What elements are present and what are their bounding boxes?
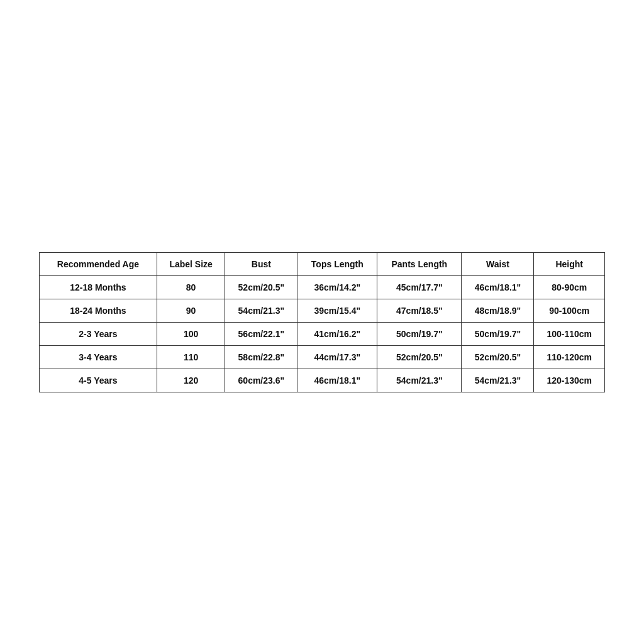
header-tops-length: Tops Length — [297, 252, 377, 275]
cell-pants-length: 47cm/18.5" — [377, 299, 462, 322]
cell-height: 120-130cm — [534, 369, 605, 392]
cell-waist: 54cm/21.3" — [462, 369, 534, 392]
cell-height: 80-90cm — [534, 275, 605, 299]
cell-waist: 52cm/20.5" — [462, 345, 534, 369]
cell-tops-length: 46cm/18.1" — [297, 369, 377, 392]
cell-waist: 48cm/18.9" — [462, 299, 534, 322]
cell-age: 3-4 Years — [40, 345, 157, 369]
cell-age: 2-3 Years — [40, 322, 157, 345]
cell-age: 4-5 Years — [40, 369, 157, 392]
cell-bust: 52cm/20.5" — [225, 275, 297, 299]
cell-waist: 46cm/18.1" — [462, 275, 534, 299]
cell-bust: 56cm/22.1" — [225, 322, 297, 345]
header-waist: Waist — [462, 252, 534, 275]
cell-pants-length: 52cm/20.5" — [377, 345, 462, 369]
cell-bust: 58cm/22.8" — [225, 345, 297, 369]
size-chart-container: Recommended Age Label Size Bust Tops Len… — [39, 252, 605, 392]
cell-waist: 50cm/19.7" — [462, 322, 534, 345]
cell-label-size: 80 — [157, 275, 225, 299]
cell-label-size: 100 — [157, 322, 225, 345]
cell-pants-length: 45cm/17.7" — [377, 275, 462, 299]
cell-height: 90-100cm — [534, 299, 605, 322]
cell-label-size: 120 — [157, 369, 225, 392]
cell-bust: 54cm/21.3" — [225, 299, 297, 322]
header-recommended-age: Recommended Age — [40, 252, 157, 275]
cell-age: 18-24 Months — [40, 299, 157, 322]
table-row: 2-3 Years10056cm/22.1"41cm/16.2"50cm/19.… — [40, 322, 605, 345]
table-header-row: Recommended Age Label Size Bust Tops Len… — [40, 252, 605, 275]
cell-tops-length: 44cm/17.3" — [297, 345, 377, 369]
cell-tops-length: 39cm/15.4" — [297, 299, 377, 322]
cell-label-size: 110 — [157, 345, 225, 369]
table-row: 4-5 Years12060cm/23.6"46cm/18.1"54cm/21.… — [40, 369, 605, 392]
cell-tops-length: 41cm/16.2" — [297, 322, 377, 345]
cell-pants-length: 50cm/19.7" — [377, 322, 462, 345]
header-label-size: Label Size — [157, 252, 225, 275]
table-row: 18-24 Months9054cm/21.3"39cm/15.4"47cm/1… — [40, 299, 605, 322]
header-height: Height — [534, 252, 605, 275]
cell-height: 110-120cm — [534, 345, 605, 369]
table-row: 3-4 Years11058cm/22.8"44cm/17.3"52cm/20.… — [40, 345, 605, 369]
cell-pants-length: 54cm/21.3" — [377, 369, 462, 392]
cell-age: 12-18 Months — [40, 275, 157, 299]
cell-bust: 60cm/23.6" — [225, 369, 297, 392]
size-chart-table: Recommended Age Label Size Bust Tops Len… — [39, 252, 605, 392]
header-pants-length: Pants Length — [377, 252, 462, 275]
cell-tops-length: 36cm/14.2" — [297, 275, 377, 299]
cell-height: 100-110cm — [534, 322, 605, 345]
cell-label-size: 90 — [157, 299, 225, 322]
header-bust: Bust — [225, 252, 297, 275]
table-row: 12-18 Months8052cm/20.5"36cm/14.2"45cm/1… — [40, 275, 605, 299]
